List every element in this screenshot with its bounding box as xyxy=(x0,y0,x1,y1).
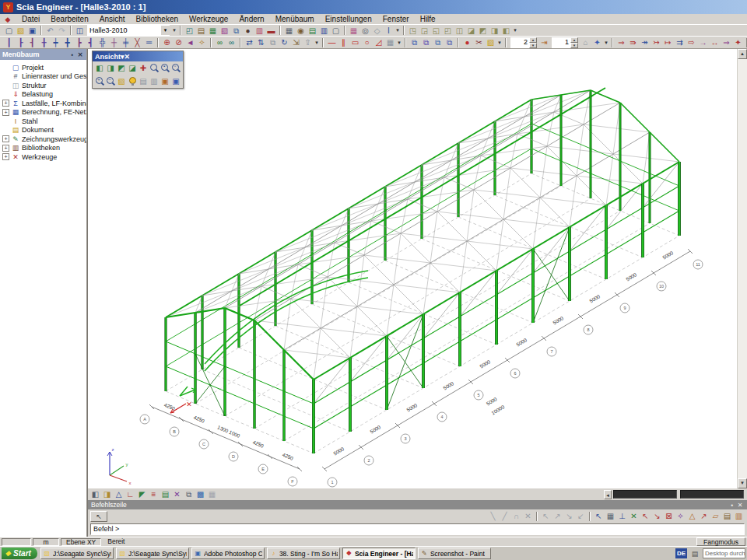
menu-item-fenster[interactable]: Fenster xyxy=(377,14,415,24)
layout-window-7-icon[interactable]: ◩ xyxy=(477,26,489,36)
view-axes-icon[interactable]: ✚ xyxy=(138,62,149,74)
load-case-3-icon[interactable]: ↠ xyxy=(639,37,651,47)
model-flag-icon[interactable]: ◤ xyxy=(136,489,148,499)
member-node-icon[interactable]: ╪ xyxy=(120,37,132,47)
close-icon[interactable]: ✕ xyxy=(124,53,131,61)
draw-circle-icon[interactable]: ○ xyxy=(361,37,373,47)
snap-mode-button[interactable]: Fangmodus xyxy=(696,537,745,546)
zoom-selection-icon[interactable]: ▫ xyxy=(170,62,181,74)
printer-icon[interactable]: ▤ xyxy=(689,550,700,558)
open-icon[interactable]: ▧ xyxy=(15,26,26,36)
taskbar-task-4[interactable]: ♪38. Sting - I'm So Happy ... xyxy=(267,548,340,559)
calculator-icon[interactable]: ▦ xyxy=(348,26,359,36)
new-icon[interactable]: ▢ xyxy=(3,26,15,36)
ucs-display-icon[interactable]: ✕ xyxy=(171,489,183,499)
load-case-10-icon[interactable]: ⇒ xyxy=(721,37,732,47)
zoom-cut-icon[interactable]: ▪ xyxy=(160,62,170,74)
taskbar-task-3[interactable]: ▣Adobe Photoshop CS3 E... xyxy=(191,548,265,559)
view-top-icon[interactable]: ◩ xyxy=(116,62,127,74)
print-view-icon[interactable]: ▤ xyxy=(138,75,149,87)
layout-window-6-icon[interactable]: ◪ xyxy=(465,26,477,36)
menu-item-werkzeuge[interactable]: Werkzeuge xyxy=(184,14,233,24)
sidebar-item-stahl[interactable]: IStahl xyxy=(2,117,86,126)
close-model-icon[interactable]: ▤ xyxy=(195,26,207,36)
expand-icon[interactable]: + xyxy=(2,100,9,107)
cut-icon[interactable]: ✂ xyxy=(473,37,485,47)
layout-window-8-icon[interactable]: ◨ xyxy=(489,26,500,36)
snap-last-icon[interactable]: ▥ xyxy=(733,511,745,521)
layout-window-9-icon[interactable]: ◧ xyxy=(500,26,512,36)
window-view-2-icon[interactable]: ⧉ xyxy=(420,37,432,47)
sidebar-item-bibliotheken[interactable]: +▥Bibliotheken xyxy=(2,144,86,153)
import-icon[interactable]: ▦ xyxy=(207,26,219,36)
snap-perp-icon[interactable]: ↗ xyxy=(698,511,710,521)
snap-arc-icon[interactable]: ∩ xyxy=(510,511,522,521)
close-icon[interactable]: ✕ xyxy=(736,502,744,509)
snap-tangent-icon[interactable]: △ xyxy=(686,511,698,521)
snap-settings-icon[interactable]: ▤ xyxy=(721,511,733,521)
menu-item-menbaum[interactable]: Menübaum xyxy=(270,14,320,24)
image-export-icon[interactable]: ▤ xyxy=(307,26,318,36)
view-side-icon[interactable]: ◨ xyxy=(105,62,116,74)
member-slab-icon[interactable]: ╳ xyxy=(132,37,143,47)
language-indicator[interactable]: DE xyxy=(675,548,687,558)
grayed-window-icon[interactable]: ▦ xyxy=(206,489,218,499)
document-icon[interactable]: ▢ xyxy=(330,26,342,36)
sidebar-item-berechnungfenetz[interactable]: +▦Berechnung, FE-Netz xyxy=(2,108,86,117)
pin-icon[interactable]: ▪ xyxy=(728,502,736,509)
member-beam-icon[interactable]: ┠ xyxy=(15,37,26,47)
overflow-chevron-icon[interactable]: ▾ xyxy=(512,27,518,33)
member-truss-icon[interactable]: ╋ xyxy=(61,37,73,47)
layout-window-5-icon[interactable]: ◫ xyxy=(454,26,465,36)
snap-intersection-icon[interactable]: ↘ xyxy=(651,511,663,521)
menu-item-bibliotheken[interactable]: Bibliotheken xyxy=(131,14,184,24)
mark-icon[interactable]: ✦ xyxy=(591,37,603,47)
folder-icon[interactable]: ▧ xyxy=(485,37,496,47)
overflow-chevron-icon[interactable]: ▾ xyxy=(496,40,503,46)
scroll-down-icon[interactable]: ▼ xyxy=(738,478,747,488)
zoom-window-icon[interactable] xyxy=(149,62,160,74)
member-wall-icon[interactable]: ┫ xyxy=(85,37,96,47)
snap-ortho-icon[interactable]: ⊥ xyxy=(616,511,628,521)
desktop-search-input[interactable]: Desktop durchsuchen xyxy=(703,548,745,558)
view-params-icon[interactable]: ⧉ xyxy=(183,489,195,499)
scale-icon[interactable]: ⇪ xyxy=(302,37,314,47)
member-plate-icon[interactable]: ┣ xyxy=(73,37,85,47)
colors-icon[interactable]: ▩ xyxy=(195,489,206,499)
member-opening-icon[interactable]: ┼ xyxy=(108,37,120,47)
sidebar-item-zeichnungswerkzeuge[interactable]: +✎Zeichnungswerkzeuge xyxy=(2,135,86,144)
menu-item-ndern[interactable]: Ändern xyxy=(233,14,269,24)
zoom-document-icon[interactable]: ◎ xyxy=(359,26,371,36)
rendered-icon[interactable]: ◨ xyxy=(101,489,113,499)
wireframe-icon[interactable]: ◧ xyxy=(89,489,101,499)
load-case-11-icon[interactable]: ✦ xyxy=(732,37,744,47)
pin-icon[interactable]: ▪ xyxy=(68,51,76,58)
overflow-chevron-icon[interactable]: ▾ xyxy=(396,40,402,46)
visible-all-icon[interactable]: ∞ xyxy=(214,37,226,47)
page-spinner-arrows[interactable]: ▴▾ xyxy=(570,37,578,48)
scroll-left-icon[interactable]: ◂ xyxy=(604,490,612,499)
gallery-icon[interactable]: ▥ xyxy=(254,26,265,36)
scroll-up-icon[interactable]: ▲ xyxy=(738,49,747,59)
project-window-icon[interactable]: ◫ xyxy=(74,26,86,36)
load-case-2-icon[interactable]: ⇛ xyxy=(627,37,639,47)
load-case-6-icon[interactable]: ⇉ xyxy=(674,37,686,47)
snap-grid-icon[interactable]: ▦ xyxy=(605,511,616,521)
draw-grid-icon[interactable]: ▦ xyxy=(384,37,396,47)
select-arrow-icon[interactable]: ◄ xyxy=(184,37,196,47)
preview-icon[interactable]: ◉ xyxy=(295,26,307,36)
snap-dir1-icon[interactable]: ↖ xyxy=(540,511,552,521)
picture-b-icon[interactable]: ▣ xyxy=(160,75,170,87)
snap-dir2-icon[interactable]: ↗ xyxy=(552,511,563,521)
snap-dir3-icon[interactable]: ↘ xyxy=(563,511,575,521)
member-column-icon[interactable]: ┃ xyxy=(3,37,15,47)
snap-line-icon[interactable]: ╲ xyxy=(487,511,499,521)
overflow-chevron-icon[interactable]: ▾ xyxy=(314,40,320,46)
taskbar-task-1[interactable]: ▧J:\Seagate Sync\SyncRe... xyxy=(40,548,114,559)
sidebar-item-lastfllelfkombinationen[interactable]: +ΣLastfälle, LF-Kombinationen xyxy=(2,99,86,108)
fit-icon[interactable]: ⌂ xyxy=(580,37,591,47)
sidebar-item-linienrasterundgeschosse[interactable]: #Linienraster und Geschosse xyxy=(2,72,86,82)
copy-picture-icon[interactable]: ▥ xyxy=(149,75,160,87)
taskbar-task-5[interactable]: ❖Scia Engineer - [Halle... xyxy=(342,548,416,559)
window-view-1-icon[interactable]: ⧉ xyxy=(409,37,420,47)
